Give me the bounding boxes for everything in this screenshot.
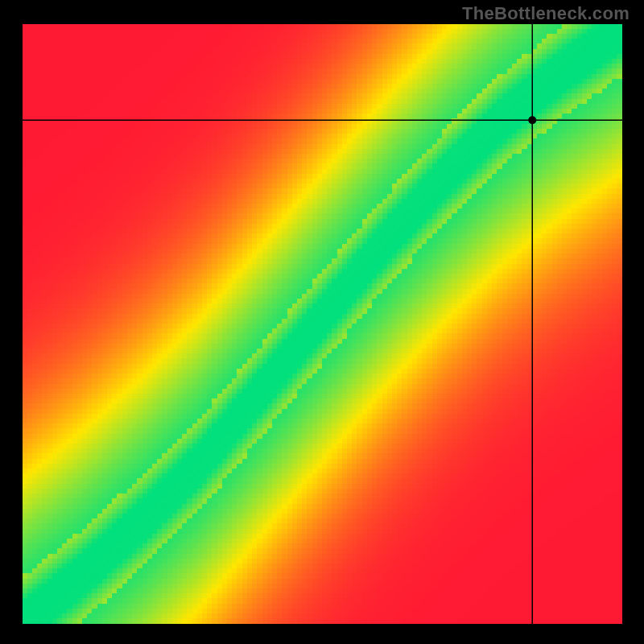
chart-frame: TheBottleneck.com [0,0,644,644]
attribution-text: TheBottleneck.com [462,3,630,24]
bottleneck-heatmap [23,24,622,624]
